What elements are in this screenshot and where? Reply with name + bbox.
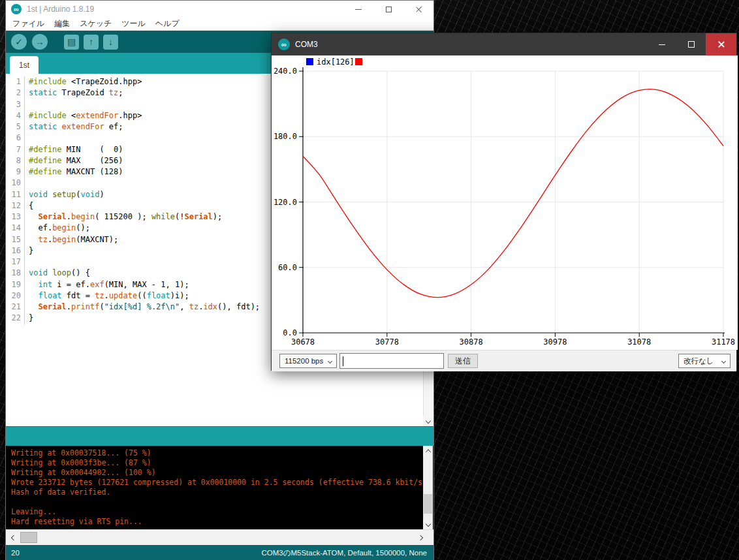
verify-button[interactable]: ✓ bbox=[11, 34, 27, 50]
status-line-number: 20 bbox=[11, 549, 20, 557]
new-sketch-button[interactable]: ▤ bbox=[64, 35, 79, 50]
line-number: 1 bbox=[6, 76, 24, 87]
serial-send-input[interactable] bbox=[339, 353, 444, 369]
upload-console[interactable]: Writing at 0x00037518... (75 %) Writing … bbox=[6, 446, 433, 529]
close-icon bbox=[415, 6, 422, 13]
code-line: 21 Serial.printf("idx[%d] %.2f\n", tz.id… bbox=[6, 302, 260, 313]
plotter-minimize-button[interactable] bbox=[647, 33, 676, 55]
save-sketch-button[interactable]: ↓ bbox=[103, 35, 118, 50]
plotter-close-button[interactable] bbox=[706, 33, 736, 55]
editor-status-band bbox=[6, 426, 433, 446]
code-line: 12{ bbox=[6, 200, 260, 211]
chevron-right-icon bbox=[418, 535, 423, 540]
upload-button[interactable]: → bbox=[32, 34, 48, 50]
code-text: float fdt = tz.update((float)i); bbox=[24, 290, 189, 302]
code-text bbox=[24, 132, 33, 144]
scroll-right-button[interactable] bbox=[414, 530, 427, 545]
menu-item-3[interactable]: ツール bbox=[121, 18, 146, 29]
serial-plotter-chart: 0.060.0120.0180.0240.0306783077830878309… bbox=[272, 55, 738, 350]
ide-close-button[interactable] bbox=[403, 1, 433, 18]
code-line: 9#define MAXCNT (128) bbox=[6, 166, 260, 178]
horizontal-scroll-thumb[interactable] bbox=[20, 532, 37, 543]
send-button[interactable]: 送信 bbox=[448, 354, 478, 368]
arduino-logo-icon: ∞ bbox=[278, 39, 290, 50]
line-number: 14 bbox=[6, 223, 24, 234]
plotter-titlebar: ∞ COM3 bbox=[272, 33, 736, 55]
console-scroll-up-button[interactable] bbox=[423, 446, 433, 456]
code-line: 6 bbox=[6, 132, 260, 144]
open-sketch-button[interactable]: ↑ bbox=[84, 35, 99, 50]
y-tick-label: 120.0 bbox=[274, 198, 297, 207]
code-text: int i = ef.exf(MIN, MAX - 1, 1); bbox=[24, 279, 189, 290]
line-number: 2 bbox=[6, 87, 24, 99]
line-number: 5 bbox=[6, 121, 24, 132]
desktop-background: ∞ 1st | Arduino 1.8.19 ファイル編集スケッチツールヘルプ … bbox=[0, 0, 739, 560]
menu-item-1[interactable]: 編集 bbox=[54, 18, 70, 29]
line-number: 12 bbox=[6, 200, 24, 211]
code-line: 14 ef.begin(); bbox=[6, 223, 260, 234]
code-line: 1#include <TrapeZoid.hpp> bbox=[6, 76, 260, 87]
console-horizontal-scrollbar[interactable] bbox=[6, 529, 433, 545]
code-line: 2static TrapeZoid tz; bbox=[6, 87, 260, 99]
code-text: } bbox=[24, 313, 33, 324]
chevron-left-icon bbox=[11, 535, 16, 540]
close-icon bbox=[717, 40, 725, 48]
maximize-icon bbox=[688, 41, 695, 48]
legend-swatch-blue bbox=[306, 58, 313, 65]
code-text: #include <extendFor.hpp> bbox=[24, 110, 142, 121]
maximize-icon bbox=[386, 7, 392, 12]
x-tick-label: 30778 bbox=[375, 337, 399, 347]
line-number: 18 bbox=[6, 268, 24, 279]
chevron-down-icon bbox=[425, 521, 430, 527]
code-text: #include <TrapeZoid.hpp> bbox=[24, 76, 142, 87]
line-number: 8 bbox=[6, 155, 24, 166]
line-number: 7 bbox=[6, 144, 24, 155]
ide-minimize-button[interactable] bbox=[343, 1, 373, 18]
plot-area: 0.060.0120.0180.0240.0306783077830878309… bbox=[272, 55, 738, 350]
code-text: void setup(void) bbox=[24, 189, 104, 200]
line-number: 15 bbox=[6, 234, 24, 245]
console-scroll-down-button[interactable] bbox=[423, 519, 433, 529]
arduino-logo-icon: ∞ bbox=[11, 4, 22, 14]
scroll-down-button[interactable] bbox=[423, 416, 433, 426]
menu-item-4[interactable]: ヘルプ bbox=[155, 18, 180, 29]
code-text: Serial.begin( 115200 ); while(!Serial); bbox=[24, 211, 222, 223]
code-text: #define MAXCNT (128) bbox=[24, 166, 123, 178]
code-line: 13 Serial.begin( 115200 ); while(!Serial… bbox=[6, 211, 260, 223]
text-caret bbox=[343, 356, 343, 366]
menu-item-2[interactable]: スケッチ bbox=[80, 18, 112, 29]
line-number: 10 bbox=[6, 178, 24, 189]
line-number: 22 bbox=[6, 313, 24, 324]
x-tick-label: 31178 bbox=[712, 337, 735, 347]
ide-maximize-button[interactable] bbox=[373, 1, 403, 18]
line-number: 4 bbox=[6, 110, 24, 121]
code-text: static TrapeZoid tz; bbox=[24, 87, 123, 99]
code-line: 3 bbox=[6, 99, 260, 110]
line-number: 21 bbox=[6, 302, 24, 313]
scroll-left-button[interactable] bbox=[7, 530, 20, 545]
plotter-controls-bar: 115200 bps 送信 改行なし bbox=[272, 350, 736, 371]
code-text: tz.begin(MAXCNT); bbox=[24, 234, 118, 245]
code-line: 17 bbox=[6, 257, 260, 268]
x-tick-label: 30978 bbox=[543, 337, 567, 347]
code-line: 7#define MIN ( 0) bbox=[6, 144, 260, 155]
line-number: 3 bbox=[6, 99, 24, 110]
console-vertical-scrollbar[interactable] bbox=[423, 446, 433, 529]
line-number: 19 bbox=[6, 279, 24, 290]
console-scroll-thumb[interactable] bbox=[424, 494, 432, 514]
code-line: 10 bbox=[6, 178, 260, 189]
tab-1st[interactable]: 1st bbox=[10, 56, 39, 74]
line-ending-select[interactable]: 改行なし bbox=[678, 354, 731, 368]
plotter-maximize-button[interactable] bbox=[676, 33, 706, 55]
serial-plotter-window: ∞ COM3 0.060.0120.0180.0240.030678307783… bbox=[271, 33, 737, 371]
y-tick-label: 60.0 bbox=[278, 263, 297, 272]
arrow-down-icon: ↓ bbox=[108, 37, 113, 47]
menu-item-0[interactable]: ファイル bbox=[12, 18, 44, 29]
code-line: 15 tz.begin(MAXCNT); bbox=[6, 234, 260, 245]
x-tick-label: 31078 bbox=[627, 337, 651, 347]
check-icon: ✓ bbox=[15, 37, 23, 47]
baud-rate-select[interactable]: 115200 bps bbox=[279, 354, 337, 368]
line-number: 9 bbox=[6, 166, 24, 178]
code-text: } bbox=[24, 245, 33, 257]
code-text bbox=[24, 99, 33, 110]
